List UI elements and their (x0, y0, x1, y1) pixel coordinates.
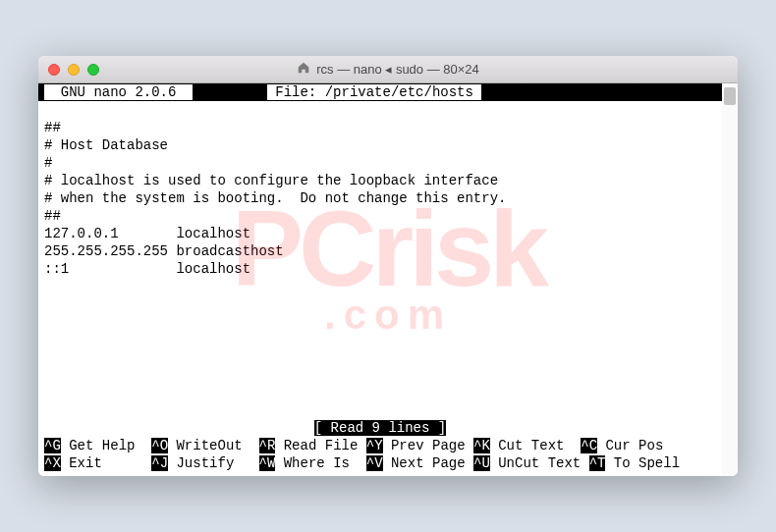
shortcut-key: ^C (581, 438, 597, 453)
shortcut-label: Cur Pos (605, 438, 663, 453)
close-button[interactable] (48, 64, 60, 76)
home-icon (297, 61, 310, 78)
window-title-text: rcs — nano ◂ sudo — 80×24 (316, 62, 479, 77)
nano-file: File: /private/etc/hosts (267, 84, 481, 100)
shortcut-label: Read File (284, 438, 359, 453)
traffic-lights (48, 64, 99, 76)
shortcut-label: Prev Page (391, 438, 466, 453)
titlebar[interactable]: rcs — nano ◂ sudo — 80×24 (38, 56, 738, 83)
nano-version: GNU nano 2.0.6 (44, 84, 193, 100)
shortcut-key: ^R (259, 438, 276, 453)
shortcuts-bar: ^G Get Help ^O WriteOut ^R Read File ^Y … (38, 437, 722, 476)
shortcut-label: Next Page (391, 455, 466, 471)
shortcut-key: ^J (151, 455, 168, 471)
shortcut-key: ^X (44, 455, 61, 471)
window-title: rcs — nano ◂ sudo — 80×24 (38, 61, 738, 78)
shortcut-key: ^O (151, 438, 168, 453)
shortcut-label: UnCut Text (498, 455, 581, 471)
shortcut-label: Cut Text (498, 438, 573, 453)
maximize-button[interactable] (87, 64, 99, 76)
shortcut-key: ^W (259, 455, 276, 471)
file-content[interactable]: ## # Host Database # # localhost is used… (38, 101, 722, 419)
shortcut-key: ^Y (366, 438, 383, 453)
shortcut-key: ^K (473, 438, 490, 453)
terminal-window: rcs — nano ◂ sudo — 80×24 GNU nano 2.0.6… (38, 56, 738, 476)
status-line: [ Read 9 lines ] (38, 419, 722, 437)
shortcut-key: ^V (366, 455, 383, 471)
shortcut-key: ^G (44, 438, 61, 453)
shortcut-label: Justify (176, 455, 250, 471)
shortcut-label: WriteOut (176, 438, 250, 453)
nano-header: GNU nano 2.0.6 File: /private/etc/hosts (38, 83, 722, 101)
shortcut-label: Exit (69, 455, 143, 471)
shortcut-label: Where Is (284, 455, 359, 471)
shortcut-key: ^U (473, 455, 490, 471)
status-message: [ Read 9 lines ] (314, 420, 446, 436)
terminal-content[interactable]: GNU nano 2.0.6 File: /private/etc/hosts … (38, 83, 738, 476)
minimize-button[interactable] (68, 64, 80, 76)
shortcut-key: ^T (589, 455, 606, 471)
shortcut-label: Get Help (69, 438, 143, 453)
shortcut-label: To Spell (614, 455, 680, 471)
